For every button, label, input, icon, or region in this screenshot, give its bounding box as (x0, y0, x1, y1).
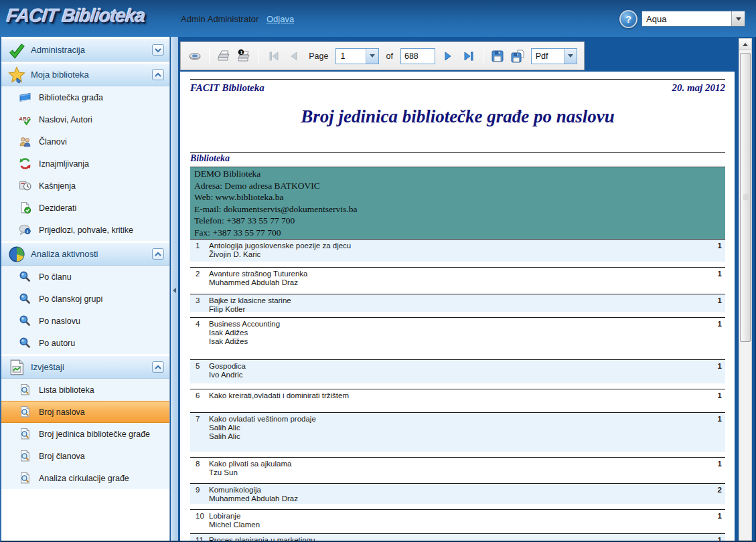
sidebar-item-broj-clanova[interactable]: Broj članova (1, 445, 169, 467)
chevron-up-icon[interactable] (152, 69, 164, 80)
page-select[interactable]: 1 (335, 48, 378, 64)
report-header-row: FACIT Biblioteka 20. maj 2012 (190, 81, 725, 94)
scrollbar-thumb[interactable] (740, 53, 751, 342)
table-row: 2 Avanture strašnog Tuturenka Muhammed A… (190, 267, 725, 294)
sidebar: Administracija Moja biblioteka Biblioteč… (1, 37, 170, 541)
previous-page-button[interactable] (287, 48, 301, 65)
page-label: Page (307, 52, 330, 61)
book-icon (19, 91, 31, 104)
report-doc-icon (19, 428, 31, 440)
library-name: DEMO Biblioteka (194, 168, 721, 180)
sidebar-item-po-autoru[interactable]: Po autoru (1, 332, 169, 354)
report-page: FACIT Biblioteka 20. maj 2012 Broj jedin… (180, 72, 735, 541)
table-row: 8 Kako plivati sa ajkulama Tzu Sun 1 (190, 457, 725, 483)
chart-report-icon (8, 359, 25, 376)
titles-table: 1 Antologija jugoslovenske poezije za dj… (190, 239, 725, 541)
svg-text:i: i (27, 229, 28, 234)
library-address: Adresa: Demo adresa BATKOVIC (194, 180, 721, 192)
report-toolbar: 1 Page 1 of (180, 41, 585, 70)
toolbar-separator (209, 48, 210, 64)
sidebar-section-moja-biblioteka[interactable]: Moja biblioteka (1, 63, 169, 86)
vertical-scrollbar[interactable] (739, 38, 752, 541)
sidebar-item-lista-biblioteka[interactable]: Lista biblioteka (1, 379, 169, 401)
page-select-value: 1 (336, 52, 365, 61)
scroll-up-icon[interactable] (739, 39, 751, 50)
export-format-select[interactable]: Pdf (531, 48, 577, 64)
help-button[interactable]: ? (619, 10, 637, 28)
report-doc-icon (19, 383, 31, 396)
logout-link[interactable]: Odjava (267, 14, 294, 24)
sidebar-section-analiza-aktivnosti[interactable]: Analiza aktivnosti (1, 242, 169, 266)
divider (190, 79, 725, 80)
print-icon[interactable] (216, 48, 231, 65)
report-doc-icon (19, 405, 31, 418)
theme-select[interactable]: Aqua (641, 11, 745, 27)
sidebar-item-deziderati[interactable]: Deziderati (1, 197, 169, 219)
magnifier-icon (19, 292, 31, 305)
sidebar-item-broj-naslova[interactable]: Broj naslova (1, 401, 169, 423)
library-info-box: DEMO Biblioteka Adresa: Demo adresa BATK… (190, 167, 725, 239)
report-doc-icon (19, 450, 31, 462)
sidebar-section-administracija[interactable]: Administracija (1, 38, 169, 62)
sidebar-section-label: Izvještaji (31, 362, 152, 372)
clock-icon (19, 179, 31, 192)
chevron-down-icon[interactable] (564, 49, 577, 64)
sidebar-splitter[interactable] (171, 37, 178, 541)
table-row: 11 Proces planiranja u marketingu 1 (190, 533, 725, 541)
save-as-icon[interactable] (510, 48, 525, 65)
next-page-button[interactable] (441, 48, 455, 65)
sidebar-section-label: Moja biblioteka (31, 70, 152, 80)
toolbar-separator (258, 48, 259, 64)
chevron-up-icon[interactable] (152, 361, 164, 373)
library-web: Web: www.biblioteka.ba (194, 191, 721, 203)
sidebar-item-naslovi-autori[interactable]: ABC Naslovi, Autori (1, 108, 169, 130)
print-preview-icon[interactable] (187, 48, 202, 65)
sidebar-item-iznajmljivanja[interactable]: Iznajmljivanja (1, 153, 169, 175)
sidebar-item-po-naslovu[interactable]: Po naslovu (1, 310, 169, 332)
report-doc-icon (19, 472, 31, 484)
library-phone: Telefon: +387 33 55 77 700 (194, 215, 721, 227)
table-row: 9 Komunikologija Muhammed Abdulah Draz 2 (190, 483, 725, 509)
save-icon[interactable] (490, 48, 505, 65)
chevron-down-icon[interactable] (366, 49, 378, 64)
scrollbar-grip (743, 195, 749, 201)
lending-arrows-icon (19, 157, 31, 170)
sidebar-item-clanovi[interactable]: Članovi (1, 130, 169, 153)
sidebar-item-po-clanskoj-grupi[interactable]: Po članskoj grupi (1, 288, 169, 310)
svg-text:1: 1 (240, 50, 243, 54)
report-header-date: 20. maj 2012 (672, 82, 725, 94)
user-area: Admin Administrator Odjava (181, 14, 294, 24)
divider (190, 152, 725, 153)
total-pages-input[interactable] (400, 48, 435, 64)
magnifier-icon (19, 337, 31, 349)
check-icon (8, 41, 25, 59)
first-page-button[interactable] (266, 48, 281, 65)
sidebar-item-prijedlozi[interactable]: i Prijedlozi, pohvale, kritike (1, 219, 169, 241)
comments-icon: i (19, 223, 31, 236)
sidebar-item-bibliotecka-grada[interactable]: Bibliotečka građa (1, 86, 169, 108)
magnifier-icon (19, 314, 31, 327)
sidebar-item-po-clanu[interactable]: Po članu (1, 266, 169, 288)
chevron-down-icon[interactable] (152, 44, 164, 56)
collapse-left-icon[interactable] (173, 288, 176, 293)
chevron-up-icon[interactable] (152, 248, 164, 260)
magnifier-icon (19, 270, 31, 283)
table-row: 1 Antologija jugoslovenske poezije za dj… (190, 239, 725, 267)
report-header-left: FACIT Biblioteka (190, 82, 264, 94)
members-icon (19, 135, 31, 148)
last-page-button[interactable] (461, 48, 475, 65)
library-email: E-mail: dokumentservis@dokumentservis.ba (194, 203, 721, 215)
content-area: 1 Page 1 of (178, 37, 739, 541)
pie-chart-icon (8, 246, 25, 263)
sidebar-item-analiza-cirkulacije[interactable]: Analiza cirkulacije građe (1, 467, 169, 489)
report-title: Broj jedinica bibliotečke građe po naslo… (190, 105, 725, 128)
sidebar-item-kasnjenja[interactable]: Kašnjenja (1, 175, 169, 197)
sidebar-item-broj-jedinica[interactable]: Broj jedinica bibliotečke građe (1, 423, 169, 445)
theme-select-value: Aqua (642, 14, 731, 24)
star-icon (8, 66, 25, 84)
sidebar-section-izvjestaji[interactable]: Izvještaji (1, 355, 169, 379)
sidebar-items-izvjestaji: Lista biblioteka Broj naslova Broj jedin… (1, 379, 169, 489)
table-row: 7 Kako ovladati veštinom prodaje Salih A… (190, 412, 725, 457)
chevron-down-icon[interactable] (731, 11, 745, 26)
print-page-icon[interactable]: 1 (237, 48, 252, 65)
